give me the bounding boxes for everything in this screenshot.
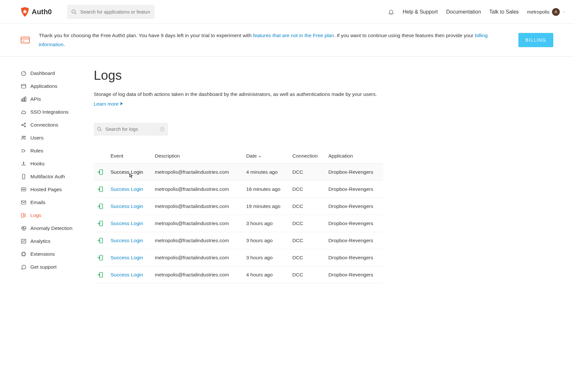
event-link[interactable]: Success Login [111,255,143,260]
sidebar-item-anomaly-detection[interactable]: Anomaly Detection [21,222,94,235]
sidebar-item-label: Emails [30,200,46,205]
notifications-icon[interactable] [388,9,394,15]
row-application-cell: Dropbox-Revengers [325,198,383,215]
row-status-cell [94,198,107,215]
sidebar-item-label: Anomaly Detection [30,225,72,231]
login-success-icon [97,237,104,244]
sidebar-item-emails[interactable]: Emails [21,196,94,209]
cloud-icon [21,109,27,115]
row-event-cell: Success Login [107,232,152,249]
link-features-not-in-free-plan[interactable]: features that are not in the Free plan [253,33,334,38]
row-date-cell: 3 hours ago [243,215,289,232]
tenant-name: metropolis [527,9,549,15]
row-event-cell: Success Login [107,198,152,215]
sidebar-item-analytics[interactable]: Analytics [21,235,94,248]
table-row[interactable]: Success Loginmetropolis@fractalindustrie… [94,163,383,181]
page-title: Logs [94,68,383,83]
sidebar-item-label: Multifactor Auth [30,174,65,180]
sidebar-item-multifactor-auth[interactable]: Multifactor Auth [21,170,94,183]
learn-more-link[interactable]: Learn more [94,101,123,107]
sidebar-item-label: Extensions [30,251,55,257]
flow-icon [21,148,27,154]
global-search-input[interactable] [67,5,154,19]
table-row[interactable]: Success Loginmetropolis@fractalindustrie… [94,249,383,266]
sidebar-item-rules[interactable]: Rules [21,144,94,157]
sidebar-item-users[interactable]: Users [21,131,94,144]
billing-button[interactable]: BILLING [518,33,553,47]
event-link[interactable]: Success Login [111,169,143,175]
svg-rect-9 [21,99,23,101]
search-icon [97,127,102,132]
svg-point-42 [98,127,101,130]
chevron-down-icon [562,10,566,14]
svg-rect-7 [21,84,26,88]
login-success-icon [97,169,104,175]
tenant-switcher[interactable]: metropolis A [527,8,566,16]
sidebar-item-connections[interactable]: Connections [21,119,94,131]
col-header-description[interactable]: Description [152,149,243,164]
event-link[interactable]: Success Login [111,272,143,277]
col-header-application[interactable]: Application [325,149,383,164]
table-row[interactable]: Success Loginmetropolis@fractalindustrie… [94,232,383,249]
col-header-event[interactable]: Event [107,149,152,164]
row-description-cell: metropolis@fractalindustries.com [152,232,243,249]
share-icon [21,122,27,128]
help-icon[interactable] [160,127,165,132]
sidebar-item-label: Get support [30,264,57,270]
svg-line-15 [23,124,25,125]
row-event-cell: Success Login [107,181,152,198]
col-header-connection[interactable]: Connection [289,149,325,164]
event-link[interactable]: Success Login [111,203,143,209]
svg-point-1 [72,10,76,13]
sidebar-item-dashboard[interactable]: Dashboard [21,67,94,80]
svg-point-18 [24,136,26,137]
nav-documentation[interactable]: Documentation [446,9,481,15]
event-link[interactable]: Success Login [111,238,143,243]
sidebar-item-apis[interactable]: APIs [21,93,94,106]
table-row[interactable]: Success Loginmetropolis@fractalindustrie… [94,181,383,198]
row-description-cell: metropolis@fractalindustries.com [152,181,243,198]
row-status-cell [94,181,107,198]
row-event-cell: Success Login [107,163,152,181]
row-status-cell [94,215,107,232]
row-description-cell: metropolis@fractalindustries.com [152,163,243,181]
svg-point-19 [23,162,24,163]
svg-line-43 [100,130,101,131]
sidebar-item-logs[interactable]: Logs [21,209,94,222]
svg-rect-22 [21,188,26,191]
row-description-cell: metropolis@fractalindustries.com [152,249,243,266]
sidebar-item-sso-integrations[interactable]: SSO Integrations [21,106,94,119]
row-application-cell: Dropbox-Revengers [325,232,383,249]
nav-help-support[interactable]: Help & Support [403,9,438,15]
sidebar-item-label: Connections [30,122,58,128]
sidebar: Dashboard Applications APIs SSO Integrat… [0,57,94,296]
svg-rect-33 [22,253,25,255]
sidebar-item-hooks[interactable]: Hooks [21,157,94,170]
col-header-date[interactable]: Date [243,149,289,164]
logs-icon [21,212,27,218]
row-event-cell: Success Login [107,215,152,232]
table-row[interactable]: Success Loginmetropolis@fractalindustrie… [94,215,383,232]
log-search-input[interactable] [94,123,168,136]
table-row[interactable]: Success Loginmetropolis@fractalindustrie… [94,198,383,215]
logo[interactable]: Auth0 [21,7,52,17]
hook-icon [21,161,27,167]
sidebar-item-label: Logs [30,212,41,218]
row-connection-cell: DCC [289,198,325,215]
row-description-cell: metropolis@fractalindustries.com [152,215,243,232]
row-application-cell: Dropbox-Revengers [325,215,383,232]
event-link[interactable]: Success Login [111,221,143,226]
sidebar-item-get-support[interactable]: Get support [21,261,94,273]
sidebar-item-hosted-pages[interactable]: Hosted Pages [21,183,94,196]
users-icon [21,135,27,141]
row-connection-cell: DCC [289,232,325,249]
col-header-icon [94,149,107,164]
nav-talk-to-sales[interactable]: Talk to Sales [489,9,519,15]
sidebar-item-applications[interactable]: Applications [21,80,94,93]
sidebar-item-label: Dashboard [30,70,55,76]
svg-point-24 [23,189,24,190]
global-search [67,5,154,19]
event-link[interactable]: Success Login [111,186,143,192]
sidebar-item-extensions[interactable]: Extensions [21,248,94,261]
table-row[interactable]: Success Loginmetropolis@fractalindustrie… [94,266,383,283]
